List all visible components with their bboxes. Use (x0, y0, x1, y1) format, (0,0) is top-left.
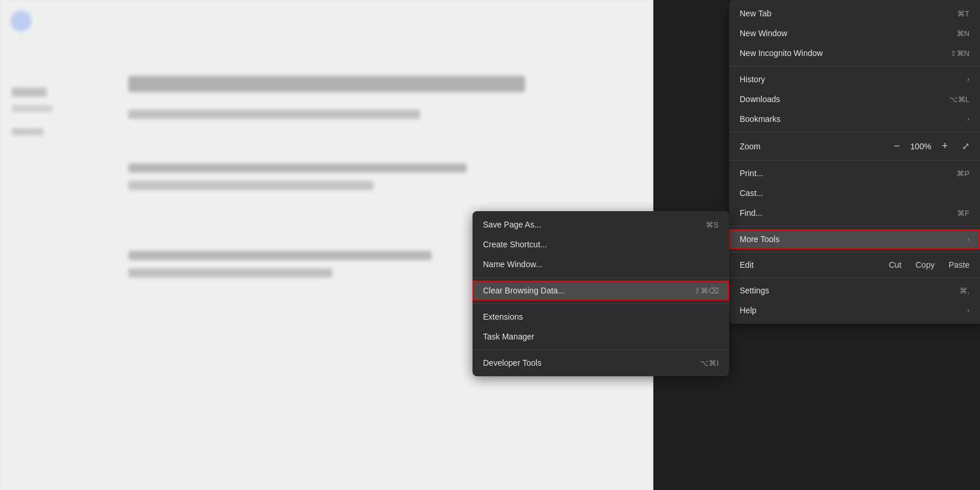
divider-1 (729, 66, 980, 66)
menu-item-new-incognito[interactable]: New Incognito Window ⇧⌘N (729, 43, 980, 63)
edit-row: Edit Cut Copy Paste (729, 256, 980, 274)
menu-item-name-window[interactable]: Name Window... (473, 254, 729, 274)
edit-actions: Cut Copy Paste (889, 260, 970, 270)
menu-item-extensions[interactable]: Extensions (473, 307, 729, 327)
menu-item-bookmarks[interactable]: Bookmarks › (729, 109, 980, 129)
copy-button[interactable]: Copy (916, 260, 935, 270)
zoom-row: Zoom − 100% + ⤢ (729, 135, 980, 157)
menu-item-new-tab[interactable]: New Tab ⌘T (729, 4, 980, 23)
divider-3 (729, 160, 980, 160)
zoom-value: 100% (909, 142, 932, 151)
divider-4 (729, 226, 980, 226)
menu-item-task-manager[interactable]: Task Manager (473, 327, 729, 346)
menu-item-find[interactable]: Find... ⌘F (729, 203, 980, 223)
cut-button[interactable]: Cut (889, 260, 902, 270)
menu-item-history[interactable]: History › (729, 69, 980, 89)
divider-6 (729, 277, 980, 278)
menu-item-clear-browsing[interactable]: Clear Browsing Data... ⇧⌘⌫ (473, 281, 729, 300)
zoom-plus-button[interactable]: + (939, 140, 950, 152)
zoom-fullscreen-button[interactable]: ⤢ (962, 141, 970, 152)
menu-item-save-page[interactable]: Save Page As... ⌘S (473, 215, 729, 235)
more-tools-menu: Save Page As... ⌘S Create Shortcut... Na… (473, 211, 729, 376)
menu-item-more-tools[interactable]: More Tools › (729, 229, 980, 249)
more-tools-divider-1 (473, 277, 729, 278)
more-tools-divider-2 (473, 303, 729, 304)
zoom-controls: − 100% + ⤢ (891, 140, 970, 152)
chrome-menu: New Tab ⌘T New Window ⌘N New Incognito W… (729, 0, 980, 324)
menu-item-help[interactable]: Help › (729, 300, 980, 320)
menu-item-downloads[interactable]: Downloads ⌥⌘L (729, 89, 980, 109)
divider-2 (729, 132, 980, 132)
menu-item-new-window[interactable]: New Window ⌘N (729, 23, 980, 43)
divider-5 (729, 252, 980, 253)
menu-item-developer-tools[interactable]: Developer Tools ⌥⌘I (473, 353, 729, 373)
paste-button[interactable]: Paste (949, 260, 970, 270)
menu-item-settings[interactable]: Settings ⌘, (729, 281, 980, 300)
menu-item-cast[interactable]: Cast... (729, 183, 980, 203)
zoom-minus-button[interactable]: − (891, 140, 902, 152)
menu-item-create-shortcut[interactable]: Create Shortcut... (473, 235, 729, 254)
more-tools-divider-3 (473, 349, 729, 350)
menu-item-print[interactable]: Print... ⌘P (729, 163, 980, 183)
